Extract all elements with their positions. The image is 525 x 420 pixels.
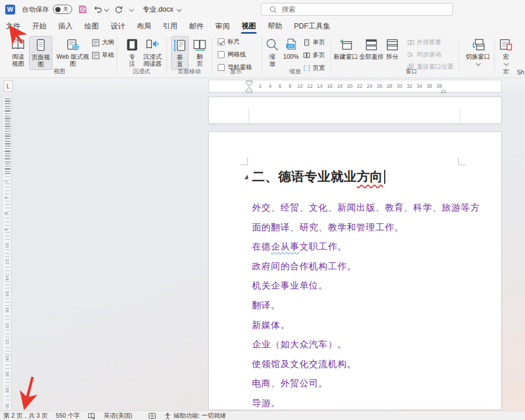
word-logo-icon[interactable]: W [5, 5, 15, 15]
tab-references[interactable]: 引用 [157, 19, 183, 34]
focus-button[interactable]: 专 注 [123, 36, 141, 67]
filename-dropdown-icon[interactable] [177, 8, 181, 12]
save-icon[interactable] [78, 5, 87, 14]
gridlines-checkbox-row[interactable]: 网格线 [218, 51, 246, 59]
paragraph[interactable]: 使领馆及文化交流机构。 [252, 358, 356, 371]
ruler-number: 30 [5, 403, 10, 409]
tab-file[interactable]: 文件 [0, 19, 26, 34]
spellcheck-marked-text: 企从事 [271, 241, 300, 251]
multi-page-button[interactable]: 多页 [303, 51, 325, 59]
draft-icon [92, 52, 100, 59]
ruler-number: 28 [5, 387, 10, 393]
arrange-all-label: 全部重排 [359, 54, 384, 60]
language-status[interactable]: 英语(美国) [104, 412, 132, 420]
vertical-ruler[interactable]: 24681012141618202224262830 [3, 97, 12, 410]
document-canvas[interactable]: 24681012141618202224262830 二、德语专业就业方向 外交… [0, 95, 525, 411]
read-mode-label: 阅读 视图 [12, 54, 24, 67]
word-count-status[interactable]: 550 个字 [56, 412, 80, 420]
paragraph[interactable]: 翻译。 [252, 300, 281, 312]
gridlines-checkbox[interactable] [218, 51, 225, 58]
web-layout-button[interactable]: Web 版式视图 [54, 36, 91, 67]
proofing-status[interactable] [88, 412, 95, 419]
zoom-100-button[interactable]: 100 100% [281, 36, 301, 60]
document-title[interactable]: 专业.docx [143, 5, 181, 15]
view-side-by-side-button: 并排查看 [407, 38, 441, 47]
group-separator [262, 37, 262, 73]
undo-dropdown-icon[interactable] [104, 8, 108, 12]
document-heading[interactable]: 二、德语专业就业方向 [252, 168, 385, 186]
page-2[interactable]: 二、德语专业就业方向 外交、经贸、文化、新闻出版、教育、科学、旅游等方 面的翻译… [208, 131, 502, 410]
group-label-show: 显示 [213, 67, 258, 76]
indent-markers[interactable] [209, 80, 502, 93]
print-layout-button[interactable]: 页面视图 [29, 36, 52, 70]
group-label-page-movement: 页面移动 [168, 67, 211, 76]
web-layout-label: Web 版式视图 [54, 54, 91, 67]
arrange-all-button[interactable]: 全部重排 [359, 36, 384, 60]
first-line-indent-marker[interactable] [246, 81, 252, 86]
tab-help[interactable]: 帮助 [262, 19, 288, 34]
sync-scrolling-icon [407, 51, 414, 58]
switch-windows-button[interactable]: 切换窗口 [463, 36, 493, 66]
tab-design[interactable]: 设计 [105, 19, 131, 34]
paragraph[interactable]: 电商、外贸公司。 [252, 378, 328, 390]
hanging-indent-marker[interactable] [246, 87, 252, 92]
ruler-number: 8 [3, 227, 9, 231]
accessibility-status[interactable]: 辅助功能: 一切就绪 [164, 412, 226, 420]
macros-button[interactable]: 宏 [497, 36, 515, 66]
title-bar: W 自动保存 关 [0, 0, 525, 19]
search-input[interactable]: 搜索 [261, 3, 453, 16]
zoom-button[interactable]: 缩 放 [263, 36, 282, 67]
immersive-reader-button[interactable]: 沉浸式 阅读器 [141, 36, 164, 67]
side-by-side-label: 并排查看 [417, 38, 441, 47]
autosave-toggle[interactable]: 关 [53, 5, 72, 14]
text-cursor [384, 170, 385, 184]
tab-pdf-tools[interactable]: PDF工具集 [288, 19, 336, 34]
recording-status[interactable] [148, 412, 156, 419]
switch-windows-dropdown-icon [476, 62, 480, 66]
side-to-side-icon [192, 37, 207, 52]
horizontal-ruler[interactable]: 2468101214161820222426283032343638 [208, 80, 502, 92]
paragraph[interactable]: 新媒体。 [252, 319, 290, 332]
paragraph[interactable]: 企业（如大众汽车）。 [252, 339, 347, 351]
ruler-number: 14 [5, 275, 10, 281]
paragraph[interactable]: 面的翻译、研究、教学和管理工作。 [252, 222, 404, 234]
paragraph[interactable]: 政府间的合作机构工作。 [252, 261, 356, 273]
paragraph[interactable]: 在德企从事文职工作。 [252, 241, 347, 253]
ruler-checkbox-row[interactable]: 标尺 [218, 38, 240, 46]
redo-icon[interactable] [114, 5, 123, 14]
new-window-button[interactable]: 新建窗口 [333, 36, 359, 60]
text-boundary-corner-right [458, 158, 466, 165]
split-button[interactable]: 拆分 [384, 36, 400, 60]
draft-view-button[interactable]: 草稿 [92, 51, 114, 59]
tab-home[interactable]: 开始 [26, 19, 52, 34]
vertical-button[interactable]: 垂 直 [171, 36, 189, 70]
paragraph[interactable]: 机关企事业单位。 [252, 280, 328, 292]
group-label-macros: 宏 [495, 67, 517, 76]
tab-stop-selector[interactable]: L [3, 80, 13, 92]
ruler-number: 2 [3, 179, 9, 183]
tab-draw[interactable]: 绘图 [79, 19, 105, 34]
one-page-button[interactable]: 单页 [303, 38, 325, 47]
qat-customize-icon[interactable] [129, 8, 133, 12]
paragraph[interactable]: 导游。 [252, 397, 281, 410]
side-to-side-button[interactable]: 翻 页 [191, 36, 208, 67]
read-mode-button[interactable]: 阅读 视图 [7, 36, 29, 67]
page-number-status[interactable]: 第 2 页，共 3 页 [3, 412, 48, 420]
tab-mailings[interactable]: 邮件 [183, 19, 210, 34]
tab-insert[interactable]: 插入 [52, 19, 79, 34]
print-layout-label: 页面视图 [30, 54, 52, 67]
focus-label: 专 注 [129, 54, 136, 67]
undo-icon[interactable] [93, 5, 103, 14]
heading-collapse-icon[interactable] [243, 175, 248, 179]
page-1-bottom[interactable] [208, 97, 502, 124]
outline-view-button[interactable]: 大纲 [92, 38, 114, 47]
tab-layout[interactable]: 布局 [131, 19, 157, 34]
right-indent-marker[interactable] [441, 90, 446, 92]
paragraph[interactable]: 外交、经贸、文化、新闻出版、教育、科学、旅游等方 [252, 202, 480, 214]
tab-review[interactable]: 审阅 [210, 19, 236, 34]
vertical-label: 垂 直 [177, 54, 183, 67]
one-page-icon [303, 39, 310, 46]
ruler-checkbox-checked[interactable] [218, 38, 225, 45]
tab-view[interactable]: 视图 [236, 19, 262, 34]
search-icon [269, 6, 277, 13]
